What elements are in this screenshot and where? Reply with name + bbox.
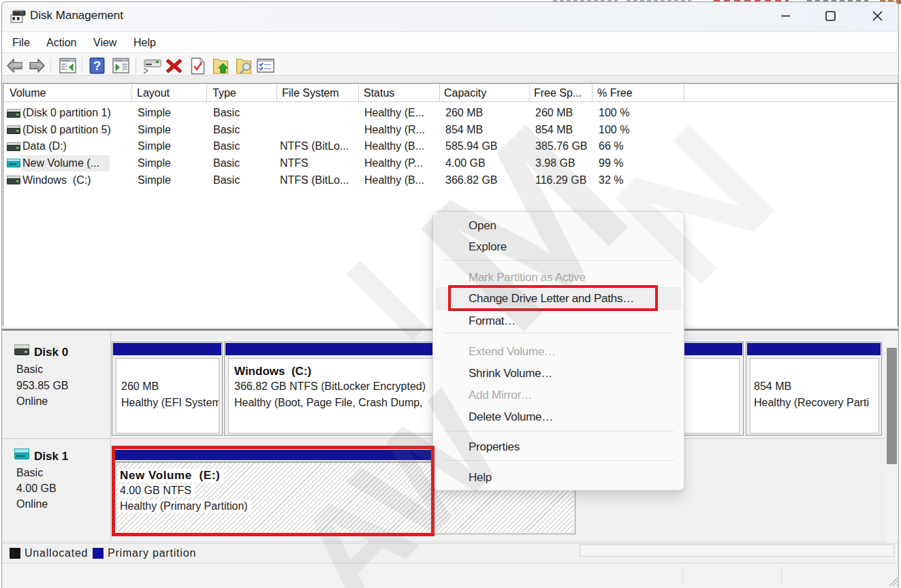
svg-text:?: ? [93,59,101,73]
